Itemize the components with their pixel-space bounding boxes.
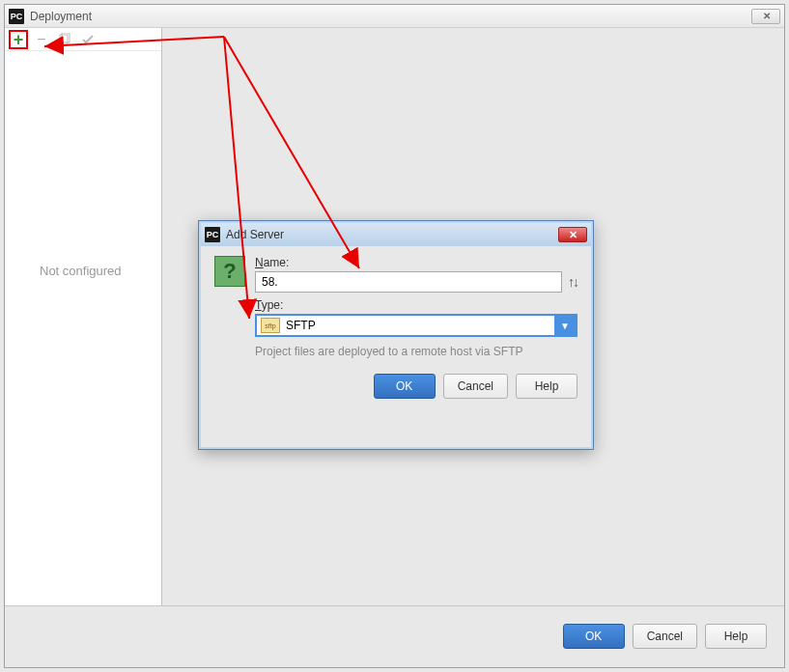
set-default-button[interactable]: [78, 30, 98, 49]
copy-button[interactable]: [55, 30, 74, 49]
sidebar: + − Not configured: [5, 28, 162, 605]
server-name-input[interactable]: [255, 271, 562, 293]
modal-cancel-button[interactable]: Cancel: [443, 374, 508, 399]
copy-icon: [58, 33, 71, 46]
main-titlebar: PC Deployment ✕: [5, 5, 784, 28]
modal-close-button[interactable]: ✕: [558, 227, 587, 242]
main-ok-button[interactable]: OK: [563, 624, 625, 649]
pycharm-icon: PC: [205, 227, 220, 242]
check-icon: [81, 33, 95, 46]
type-label: Type:: [255, 298, 578, 312]
main-cancel-button[interactable]: Cancel: [633, 624, 697, 649]
modal-body: ? Name: ↑↓ Type: sftp SFTP ▼ Project fil…: [201, 246, 591, 364]
main-footer: OK Cancel Help: [5, 605, 784, 665]
modal-help-button[interactable]: Help: [516, 374, 578, 399]
sftp-icon: sftp: [261, 318, 280, 333]
name-label: Name:: [255, 256, 578, 269]
not-configured-label: Not configured: [40, 264, 122, 278]
chevron-down-icon: ▼: [554, 316, 576, 335]
type-value: SFTP: [284, 319, 554, 332]
pycharm-icon: PC: [9, 9, 24, 24]
window-title: Deployment: [30, 10, 92, 23]
remove-server-button[interactable]: −: [32, 30, 51, 49]
main-help-button[interactable]: Help: [705, 624, 767, 649]
move-order-button[interactable]: ↑↓: [568, 274, 578, 290]
modal-ok-button[interactable]: OK: [374, 374, 436, 399]
type-select[interactable]: sftp SFTP ▼: [255, 314, 578, 337]
modal-footer: OK Cancel Help: [201, 364, 591, 412]
add-server-dialog: PC Add Server ✕ ? Name: ↑↓ Type: sftp: [198, 220, 594, 450]
type-hint: Project files are deployed to a remote h…: [255, 345, 578, 358]
question-icon: ?: [214, 256, 245, 287]
modal-title: Add Server: [226, 228, 284, 241]
modal-titlebar: PC Add Server ✕: [201, 223, 591, 246]
window-close-button[interactable]: ✕: [751, 9, 780, 24]
add-server-button[interactable]: +: [9, 30, 28, 49]
sidebar-toolbar: + −: [5, 28, 161, 51]
